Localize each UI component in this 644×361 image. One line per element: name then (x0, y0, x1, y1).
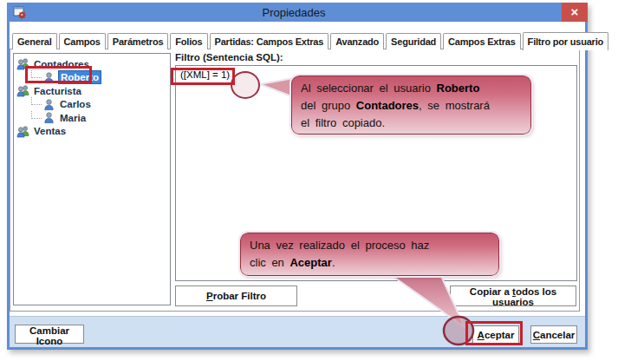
tree-item-contadores[interactable]: Contadores (14, 57, 170, 71)
tree-item-label: Facturista (32, 85, 83, 97)
tree-item-maria[interactable]: Maria (14, 111, 170, 125)
tab-partidas-campos-extras[interactable]: Partidas: Campos Extras (210, 33, 329, 49)
callout-bubble-aceptar: Una vez realizado el proceso haz clic en… (240, 233, 499, 276)
tab-parametros[interactable]: Parámetros (107, 33, 169, 49)
callout-text: clic en (250, 256, 289, 269)
callout-text-bold: Roberto (437, 82, 480, 95)
button-label: ancelar (540, 330, 575, 340)
tab-campos[interactable]: Campos (59, 33, 106, 49)
cambiar-icono-button[interactable]: Cambiar Icono (15, 325, 84, 344)
cancelar-button[interactable]: Cancelar (530, 325, 577, 344)
screenshot-canvas: Propiedades × General Campos Parámetros … (0, 0, 644, 361)
button-accelerator: A (478, 330, 485, 340)
callout-text-bold: Aceptar (289, 256, 331, 269)
dialog-footer: Cambiar Icono Aceptar Cancelar (10, 316, 585, 347)
button-label: Copiar a (470, 286, 512, 297)
callout-bubble-filtro: Al seleccionar el usuario Roberto del gr… (291, 75, 531, 135)
tree-item-label: Contadores (32, 58, 91, 70)
callout-text: Una vez realizado el proceso haz (250, 239, 429, 252)
callout-text: el filtro copiado. (301, 116, 385, 129)
tree-connector (31, 70, 42, 78)
button-label: robar Filtro (213, 291, 266, 301)
group-icon (16, 57, 29, 70)
aceptar-button[interactable]: Aceptar (472, 325, 519, 344)
close-button[interactable]: × (562, 3, 588, 22)
tab-folios[interactable]: Folios (170, 33, 207, 49)
tree-connector (31, 111, 42, 119)
group-icon (16, 125, 29, 138)
tree-item-label: Maria (58, 112, 88, 124)
callout-text: Al seleccionar el usuario (301, 82, 437, 95)
tab-campos-extras[interactable]: Campos Extras (443, 33, 521, 49)
copiar-a-todos-button[interactable]: Copiar a todos los usuarios (450, 286, 576, 306)
tree-item-roberto[interactable]: Roberto (14, 71, 170, 85)
tree-item-carlos[interactable]: Carlos (14, 98, 170, 112)
callout-text: , se mostrará (419, 99, 490, 112)
button-accelerator: P (206, 291, 213, 301)
user-icon (42, 71, 55, 84)
group-icon (16, 84, 29, 97)
callout-text: del grupo (301, 99, 356, 112)
users-tree: Contadores Roberto (13, 53, 171, 305)
tab-general[interactable]: General (12, 33, 57, 49)
tree-connector (31, 97, 42, 105)
dialog-body: General Campos Parámetros Folios Partida… (10, 22, 585, 347)
tree-item-facturista[interactable]: Facturista (14, 84, 170, 98)
tree-item-label: Roberto (58, 70, 101, 84)
user-icon (42, 98, 55, 111)
title-bar: Propiedades × (7, 3, 588, 22)
tab-avanzado[interactable]: Avanzado (330, 33, 384, 49)
window-title: Propiedades (26, 6, 562, 19)
tree-item-label: Carlos (58, 98, 93, 110)
tree-item-ventas[interactable]: Ventas (14, 125, 170, 139)
callout-text-bold: Contadores (356, 99, 419, 112)
probar-filtro-button[interactable]: Probar Filtro (175, 286, 297, 306)
button-accelerator: C (533, 330, 540, 340)
propiedades-dialog: Propiedades × General Campos Parámetros … (7, 3, 588, 350)
filter-sql-label: Filtro (Sentencia SQL): (175, 52, 283, 62)
user-icon (42, 111, 55, 124)
tab-seguridad[interactable]: Seguridad (386, 33, 441, 49)
tree-item-label: Ventas (32, 125, 68, 137)
app-gear-icon (13, 6, 26, 19)
button-label: ceptar (485, 330, 515, 340)
callout-text: . (332, 256, 335, 269)
tab-filtro-por-usuario[interactable]: Filtro por usuario (523, 32, 608, 50)
tab-strip: General Campos Parámetros Folios Partida… (12, 32, 610, 49)
